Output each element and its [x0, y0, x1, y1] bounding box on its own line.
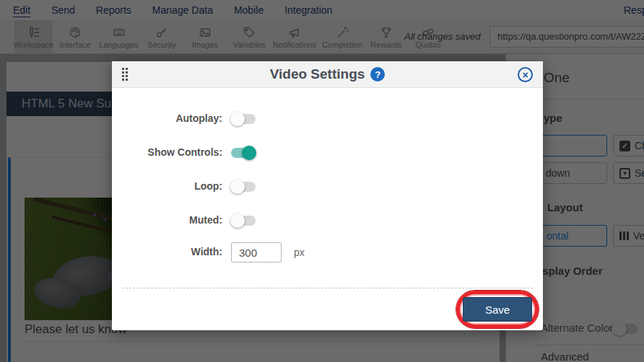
modal-title: Video Settings [270, 66, 365, 82]
width-row: Width: px [119, 246, 523, 260]
autoplay-row: Autoplay: [119, 112, 523, 127]
muted-toggle[interactable] [231, 216, 256, 226]
toggle-knob [242, 146, 256, 160]
muted-row: Muted: [119, 214, 523, 229]
show-controls-label: Show Controls: [119, 146, 222, 158]
loop-row: Loop: [119, 180, 523, 195]
loop-toggle[interactable] [231, 182, 256, 192]
toggle-knob [230, 180, 245, 194]
toggle-knob [230, 112, 245, 126]
footer-divider [122, 288, 533, 288]
width-label: Width: [119, 246, 222, 257]
toggle-knob [230, 213, 245, 228]
autoplay-toggle[interactable] [231, 114, 256, 124]
show-controls-toggle[interactable] [231, 148, 256, 158]
loop-label: Loop: [119, 180, 222, 192]
drag-handle-icon[interactable] [122, 68, 128, 81]
width-input[interactable] [231, 242, 282, 262]
help-icon[interactable]: ? [370, 67, 385, 81]
modal-header: Video Settings ? × [112, 61, 543, 88]
questionpro-survey-editor: Edit Send Reports Manage Data Mobile Int… [0, 0, 644, 362]
px-suffix-label: px [294, 247, 305, 258]
muted-label: Muted: [119, 214, 222, 226]
video-settings-modal: Video Settings ? × Autoplay: Show Contro… [112, 61, 543, 330]
red-highlight-annotation: Save [456, 291, 539, 328]
close-icon[interactable]: × [518, 67, 533, 82]
autoplay-label: Autoplay: [119, 112, 222, 124]
save-button[interactable]: Save [463, 297, 532, 322]
show-controls-row: Show Controls: [119, 146, 523, 161]
